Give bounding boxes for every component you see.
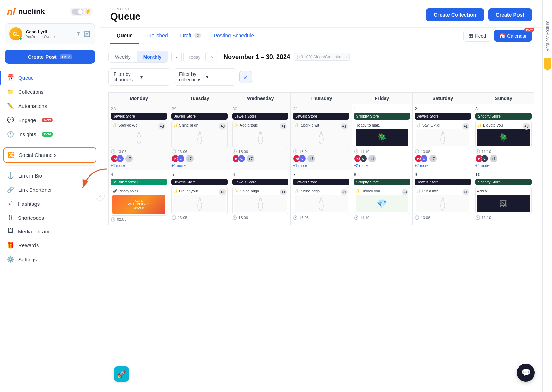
plus-badge: +1	[462, 123, 469, 130]
more-link[interactable]: +1 more	[171, 163, 228, 168]
filter-channels-select[interactable]: Filter by channels ▾	[108, 68, 170, 86]
clock-icon: 🕐	[415, 149, 420, 154]
create-post-button[interactable]: Create Post CSV	[5, 50, 95, 64]
tab-queue[interactable]: Queue	[110, 28, 139, 44]
feed-button[interactable]: ▦ Feed	[463, 30, 491, 42]
cal-cell-28[interactable]: 28 Jewels Store ✨ Sparkle Ale +3 🕐 13:06	[109, 104, 169, 170]
workspace-name: Casa Lydi...	[26, 29, 73, 34]
cal-cell-6[interactable]: 6 Jewels Store ✨ Shine brigh +1 🕐 13:06	[230, 170, 291, 225]
sidebar-item-insights[interactable]: 🕐 Insights Beta	[0, 127, 100, 141]
store-badge: Jewels Store	[171, 179, 228, 185]
cal-cell-31[interactable]: 31 Jewels Store ✨ Sparkle wit +3 🕐 13:04	[291, 104, 352, 170]
jewelry-image	[234, 129, 287, 146]
bookmark-icon[interactable]	[544, 58, 551, 68]
sidebar-collapse-button[interactable]: ‹	[96, 192, 105, 201]
post-preview[interactable]: ✨ Sparkle wit +3	[293, 121, 349, 148]
create-collection-button[interactable]: Create Collection	[426, 8, 484, 21]
sidebar-item-social-channels[interactable]: 🔀 Social Channels	[3, 147, 96, 163]
time-value: 13:06	[421, 150, 431, 154]
clock-icon: 🕐	[415, 215, 420, 220]
filter-collections-select[interactable]: Filter by collections ▾	[174, 68, 236, 86]
post-preview[interactable]: ✨ Shine brigh +3	[171, 121, 228, 148]
jewelry-image	[416, 195, 469, 212]
post-preview[interactable]: ✨ Put a little +1	[415, 187, 471, 214]
post-preview[interactable]: ✨ Say 'Q'-tiq +1	[415, 121, 471, 148]
cal-cell-29[interactable]: 29 Jewels Store ✨ Shine brigh +3 🕐 13:06	[169, 104, 230, 170]
sidebar-item-media-library[interactable]: 🖼 Media Library	[0, 224, 100, 238]
sidebar-item-rewards[interactable]: 🎁 Rewards	[0, 238, 100, 252]
sidebar-item-settings[interactable]: ⚙️ Settings	[0, 252, 100, 267]
sidebar-item-queue[interactable]: 📅 Queue	[0, 71, 100, 85]
post-preview[interactable]: 🚀 Ready to tu... Ready to ACTION OVER MO…	[111, 187, 167, 215]
cal-cell-7[interactable]: 7 Jewels Store ✨ Shine brigh +1 🕐 13:05	[291, 170, 352, 225]
sidebar-item-collections[interactable]: 📁 Collections	[0, 85, 100, 99]
request-feature[interactable]: Request Feature	[545, 21, 550, 51]
sidebar-item-shortcodes[interactable]: {} Shortcodes	[0, 211, 100, 224]
more-link[interactable]: +2 more	[354, 163, 410, 168]
more-link[interactable]: +1 more	[293, 163, 349, 168]
cal-cell-9[interactable]: 9 Jewels Store ✨ Put a little +1 🕐 13:06	[412, 170, 473, 225]
right-panel: Request Feature	[542, 0, 552, 392]
calendar-label: Calendar	[507, 33, 527, 39]
tab-draft[interactable]: Draft 2	[174, 28, 208, 44]
time-value: 13:06	[117, 150, 127, 154]
plus-badge: +3	[402, 189, 408, 195]
filter-channels-label: Filter by channels	[114, 71, 138, 82]
sidebar-item-automations[interactable]: ✏️ Automations	[0, 99, 100, 113]
day-number: 5	[171, 172, 228, 177]
clock-icon: 🕐	[293, 215, 298, 220]
gift-icon: 🎁	[7, 242, 14, 249]
sidebar-item-engage[interactable]: 💬 Engage New	[0, 113, 100, 127]
post-preview[interactable]: ✨ Elevate you 🪲 +3	[475, 121, 532, 148]
post-preview[interactable]: ✨ Sparkle Ale +3	[111, 121, 167, 148]
post-preview[interactable]: ✨ Unlock you 💎 +3	[354, 187, 410, 214]
cal-cell-10[interactable]: 10 Shopify Store Add a 🖼 🕐 11:10	[473, 170, 534, 225]
cal-cell-2[interactable]: 2 Jewels Store ✨ Say 'Q'-tiq +1 🕐 13:06	[412, 104, 473, 170]
tabs-right: ▦ Feed 📅 Calendar New	[463, 30, 532, 42]
next-month-button[interactable]: ›	[207, 52, 217, 62]
cal-cell-5[interactable]: 5 Jewels Store ✨ Flaunt your +1 🕐 13:05	[169, 170, 230, 225]
sidebar-item-link-in-bio[interactable]: ⚓ Link in Bio	[0, 169, 100, 183]
cal-cell-1[interactable]: 1 Shopify Store Ready to mak. 🪲 🕐 11:10	[352, 104, 412, 170]
day-number: 8	[354, 172, 410, 177]
post-preview[interactable]: ✨ Shine brigh +1	[293, 187, 349, 214]
cal-cell-4[interactable]: 4 Multithreaded I... 🚀 Ready to tu... Re…	[109, 170, 169, 225]
create-post-header-button[interactable]: Create Post	[488, 8, 532, 21]
tab-published[interactable]: Published	[139, 28, 174, 44]
store-badge: Shopify Store	[475, 113, 532, 120]
rocket-button[interactable]: 🚀	[114, 366, 129, 382]
post-preview[interactable]: Ready to mak. 🪲	[354, 121, 410, 148]
day-number: 4	[111, 172, 167, 177]
more-link[interactable]: +1 more	[475, 163, 532, 168]
calendar-button[interactable]: 📅 Calendar New	[494, 30, 532, 42]
feed-label: Feed	[475, 33, 486, 39]
sidebar-item-hashtags[interactable]: # Hashtags	[0, 197, 100, 211]
sidebar: nl nuelink ☀️ CL Casa Lydi... You're the…	[0, 0, 100, 392]
cal-cell-30[interactable]: 30 Jewels Store ✨ Add a touc +1 🕐 13:06	[230, 104, 291, 170]
weekly-view-button[interactable]: Weekly	[109, 51, 137, 62]
post-preview[interactable]: Add a 🖼	[475, 187, 532, 214]
post-preview[interactable]: ✨ Add a touc +1	[232, 121, 288, 148]
sidebar-item-link-shortener[interactable]: 🔗 Link Shortener	[0, 183, 100, 197]
cal-cell-8[interactable]: 8 Shopify Store ✨ Unlock you 💎 +3 🕐 11:1…	[352, 170, 412, 225]
expand-button[interactable]: ⤢	[239, 71, 252, 83]
grid-icon[interactable]: ⊞	[76, 31, 81, 37]
toggle-knob	[78, 9, 83, 14]
theme-toggle[interactable]: ☀️	[70, 8, 93, 16]
monthly-view-button[interactable]: Monthly	[137, 51, 168, 62]
prev-month-button[interactable]: ‹	[171, 52, 182, 62]
workspace-card[interactable]: CL Casa Lydi... You're the Owner ⊞ 🔄	[5, 23, 95, 44]
tab-posting-schedule[interactable]: Posting Schedule	[207, 28, 260, 44]
expand-icon: ⤢	[244, 74, 248, 80]
post-time: 🕐 13:06	[415, 149, 471, 154]
share-icon: 🔀	[8, 151, 15, 159]
today-button[interactable]: Today	[183, 52, 206, 62]
post-preview[interactable]: ✨ Shine brigh +1	[232, 187, 288, 214]
more-link[interactable]: +2 more	[415, 163, 471, 168]
cal-cell-3[interactable]: 3 Shopify Store ✨ Elevate you 🪲 +3 🕐 11:…	[473, 104, 534, 170]
post-preview[interactable]: ✨ Flaunt your +1	[171, 187, 228, 214]
refresh-icon[interactable]: 🔄	[83, 31, 90, 37]
time-value: 13:06	[238, 215, 248, 220]
more-link[interactable]: +1 more	[111, 163, 167, 168]
chat-button[interactable]: 💬	[517, 364, 535, 382]
